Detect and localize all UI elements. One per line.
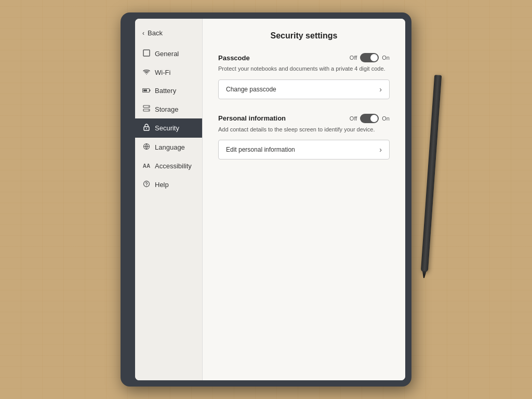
battery-icon — [142, 87, 151, 95]
sidebar-item-accessibility[interactable]: AA Accessibility — [135, 157, 202, 175]
passcode-toggle-knob — [370, 54, 378, 61]
back-button[interactable]: ‹ Back — [135, 24, 202, 42]
personal-info-toggle-off-label: Off — [350, 115, 357, 122]
language-icon — [142, 143, 151, 152]
edit-personal-info-label: Edit personal information — [226, 146, 295, 153]
svg-point-10 — [146, 128, 147, 129]
passcode-description: Protect your notebooks and documents wit… — [218, 64, 390, 73]
wifi-icon — [142, 69, 151, 76]
edit-personal-info-button[interactable]: Edit personal information › — [218, 140, 390, 159]
change-passcode-button[interactable]: Change passcode › — [218, 79, 390, 99]
sidebar-item-battery[interactable]: Battery — [135, 82, 202, 100]
general-icon — [142, 49, 151, 58]
sidebar-label-help: Help — [155, 181, 169, 189]
change-passcode-label: Change passcode — [226, 86, 276, 93]
sidebar-label-accessibility: Accessibility — [155, 162, 192, 170]
storage-icon — [142, 105, 151, 113]
edit-personal-info-chevron-icon: › — [379, 145, 382, 154]
device-screen: ‹ Back General — [135, 19, 405, 380]
back-icon: ‹ — [142, 30, 144, 37]
sidebar-item-storage[interactable]: Storage — [135, 100, 202, 118]
accessibility-icon: AA — [142, 163, 151, 169]
sidebar-label-general: General — [155, 50, 179, 58]
security-icon — [142, 124, 151, 132]
stylus — [421, 75, 442, 272]
passcode-toggle[interactable] — [360, 53, 379, 62]
svg-point-12 — [144, 181, 150, 187]
svg-rect-4 — [143, 89, 147, 91]
personal-info-toggle-group: Off On — [350, 114, 390, 123]
change-passcode-chevron-icon: › — [379, 85, 382, 94]
sidebar: ‹ Back General — [135, 19, 203, 380]
device: ‹ Back General — [121, 12, 411, 387]
sidebar-label-storage: Storage — [155, 105, 179, 113]
sidebar-label-language: Language — [155, 143, 185, 151]
passcode-section: Passcode Off On Protect your notebooks a… — [218, 53, 390, 99]
passcode-title: Passcode — [218, 54, 250, 62]
sidebar-label-security: Security — [155, 124, 179, 132]
svg-point-13 — [146, 185, 147, 185]
sidebar-item-language[interactable]: Language — [135, 138, 202, 157]
sidebar-label-wifi: Wi-Fi — [155, 69, 170, 76]
back-label: Back — [148, 29, 163, 37]
personal-info-toggle[interactable] — [360, 114, 379, 123]
sidebar-label-battery: Battery — [155, 87, 176, 95]
svg-point-8 — [148, 110, 149, 110]
svg-rect-0 — [143, 50, 150, 56]
sidebar-item-wifi[interactable]: Wi-Fi — [135, 63, 202, 82]
passcode-header: Passcode Off On — [218, 53, 390, 62]
main-content: Security settings Passcode Off On Protec… — [203, 19, 405, 380]
passcode-toggle-on-label: On — [382, 55, 390, 61]
svg-point-7 — [148, 106, 149, 107]
personal-info-section: Personal information Off On Add contact … — [218, 114, 390, 160]
svg-point-1 — [146, 74, 147, 75]
sidebar-item-security[interactable]: Security — [135, 118, 202, 138]
passcode-toggle-off-label: Off — [350, 55, 357, 61]
passcode-toggle-group: Off On — [350, 53, 390, 62]
personal-info-description: Add contact details to the sleep screen … — [218, 125, 390, 134]
sidebar-item-general[interactable]: General — [135, 44, 202, 63]
help-icon — [142, 180, 151, 189]
page-title: Security settings — [218, 31, 390, 41]
sidebar-item-help[interactable]: Help — [135, 175, 202, 194]
svg-rect-3 — [150, 90, 151, 91]
personal-info-toggle-knob — [370, 115, 378, 122]
personal-info-toggle-on-label: On — [382, 115, 390, 122]
personal-info-header: Personal information Off On — [218, 114, 390, 123]
personal-info-title: Personal information — [218, 114, 286, 122]
